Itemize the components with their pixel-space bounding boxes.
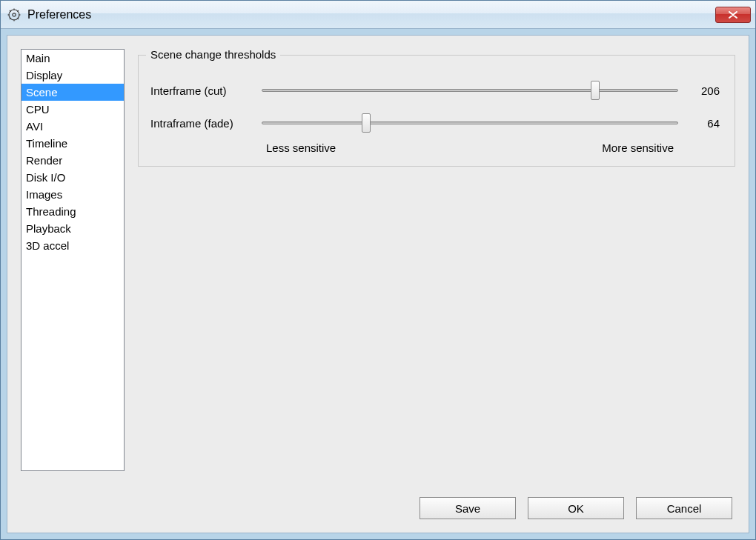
preferences-window: Preferences MainDisplaySceneCPUAVITimeli… xyxy=(0,0,756,540)
dialog-buttons: Save OK Cancel xyxy=(7,487,749,533)
interframe-label: Interframe (cut) xyxy=(150,84,262,97)
category-item[interactable]: Timeline xyxy=(21,135,124,152)
category-item[interactable]: Render xyxy=(21,152,124,169)
titlebar: Preferences xyxy=(1,1,755,29)
more-sensitive-label: More sensitive xyxy=(602,141,674,154)
category-item[interactable]: Scene xyxy=(21,84,124,101)
slider-track xyxy=(262,89,678,92)
interframe-slider[interactable] xyxy=(262,79,678,101)
client-area: MainDisplaySceneCPUAVITimelineRenderDisk… xyxy=(7,35,749,533)
save-button[interactable]: Save xyxy=(420,497,516,519)
slider-thumb[interactable] xyxy=(591,81,600,100)
interframe-value: 206 xyxy=(678,84,723,97)
intraframe-slider[interactable] xyxy=(262,112,678,134)
close-icon xyxy=(728,11,738,19)
app-icon xyxy=(7,7,21,22)
category-item[interactable]: CPU xyxy=(21,101,124,118)
category-item[interactable]: Playback xyxy=(21,220,124,237)
category-item[interactable]: Main xyxy=(21,50,124,67)
svg-point-1 xyxy=(13,13,16,16)
slider-thumb[interactable] xyxy=(362,113,371,133)
ok-button[interactable]: OK xyxy=(528,497,624,519)
intraframe-value: 64 xyxy=(678,117,723,130)
less-sensitive-label: Less sensitive xyxy=(266,141,336,154)
group-title: Scene change thresholds xyxy=(146,48,280,61)
window-title: Preferences xyxy=(27,8,715,21)
content-row: MainDisplaySceneCPUAVITimelineRenderDisk… xyxy=(7,36,749,487)
category-item[interactable]: Images xyxy=(21,186,124,203)
category-item[interactable]: AVI xyxy=(21,118,124,135)
category-item[interactable]: Display xyxy=(21,67,124,84)
interframe-row: Interframe (cut) 206 xyxy=(150,79,723,101)
intraframe-row: Intraframe (fade) 64 xyxy=(150,112,723,134)
slider-track xyxy=(262,121,678,124)
scene-thresholds-group: Scene change thresholds Interframe (cut)… xyxy=(138,55,735,167)
category-item[interactable]: Disk I/O xyxy=(21,169,124,186)
category-item[interactable]: Threading xyxy=(21,203,124,220)
category-listbox[interactable]: MainDisplaySceneCPUAVITimelineRenderDisk… xyxy=(21,49,125,471)
intraframe-label: Intraframe (fade) xyxy=(150,117,262,130)
cancel-button[interactable]: Cancel xyxy=(636,497,732,519)
sensitivity-legend: Less sensitive More sensitive xyxy=(150,141,723,154)
settings-pane: Scene change thresholds Interframe (cut)… xyxy=(138,49,735,487)
close-button[interactable] xyxy=(715,7,751,23)
category-item[interactable]: 3D accel xyxy=(21,237,124,254)
